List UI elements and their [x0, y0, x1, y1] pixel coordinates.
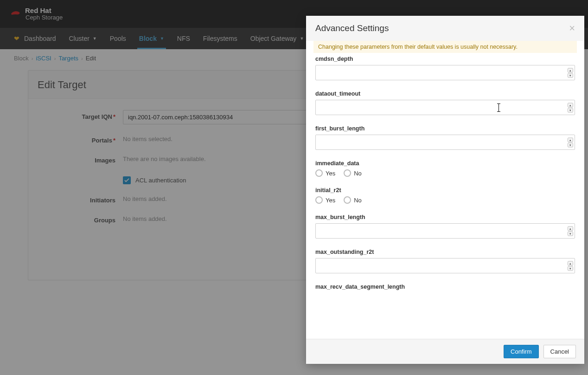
modal-title: Advanced Settings: [315, 23, 389, 33]
text-cursor-icon: [499, 103, 499, 112]
immediate-data-yes[interactable]: Yes: [315, 169, 335, 177]
radio-icon: [344, 196, 351, 204]
number-spinner: ▴ ▾: [568, 137, 573, 147]
label-initial-r2t: initial_r2t: [315, 187, 575, 194]
close-icon[interactable]: ×: [569, 23, 575, 33]
number-spinner: ▴ ▾: [568, 226, 573, 236]
label-max-burst-length: max_burst_length: [315, 214, 575, 220]
spinner-up-icon[interactable]: ▴: [568, 103, 573, 107]
dataout-timeout-input[interactable]: [315, 100, 575, 115]
radio-no-label: No: [354, 170, 362, 177]
label-max-outstanding-r2t: max_outstanding_r2t: [315, 249, 575, 255]
spinner-up-icon[interactable]: ▴: [568, 261, 573, 265]
spinner-up-icon[interactable]: ▴: [568, 226, 573, 231]
modal-header: Advanced Settings ×: [306, 16, 584, 41]
radio-icon: [315, 196, 323, 204]
spinner-down-icon[interactable]: ▾: [568, 108, 573, 112]
number-spinner: ▴ ▾: [568, 261, 573, 271]
spinner-up-icon[interactable]: ▴: [568, 68, 573, 72]
initial-r2t-yes[interactable]: Yes: [315, 196, 335, 204]
cmdsn-depth-input[interactable]: [315, 65, 575, 80]
label-cmdsn-depth: cmdsn_depth: [315, 56, 575, 62]
max-burst-length-input[interactable]: [315, 223, 575, 239]
immediate-data-no[interactable]: No: [344, 169, 362, 177]
spinner-down-icon[interactable]: ▾: [568, 73, 573, 78]
spinner-down-icon[interactable]: ▾: [568, 231, 573, 236]
confirm-button[interactable]: Confirm: [504, 345, 539, 358]
initial-r2t-no[interactable]: No: [344, 196, 362, 204]
radio-yes-label: Yes: [326, 197, 335, 204]
spinner-down-icon[interactable]: ▾: [568, 142, 573, 147]
modal-body[interactable]: Changing these parameters from their def…: [306, 41, 584, 339]
radio-no-label: No: [354, 197, 362, 204]
radio-icon: [315, 169, 323, 177]
number-spinner: ▴ ▾: [568, 103, 573, 112]
label-immediate-data: immediate_data: [315, 160, 575, 167]
label-max-recv-data-segment-length: max_recv_data_segment_length: [315, 284, 575, 290]
number-spinner: ▴ ▾: [568, 68, 573, 78]
label-first-burst-length: first_burst_length: [315, 125, 575, 132]
first-burst-length-input[interactable]: [315, 135, 575, 150]
advanced-settings-modal: Advanced Settings × Changing these param…: [306, 16, 584, 364]
label-dataout-timeout: dataout_timeout: [315, 91, 575, 97]
spinner-down-icon[interactable]: ▾: [568, 266, 573, 271]
spinner-up-icon[interactable]: ▴: [568, 137, 573, 142]
modal-footer: Confirm Cancel: [306, 339, 584, 364]
radio-icon: [344, 169, 351, 177]
max-outstanding-r2t-input[interactable]: [315, 258, 575, 273]
warning-banner: Changing these parameters from their def…: [313, 41, 577, 53]
radio-yes-label: Yes: [326, 170, 335, 177]
cancel-button[interactable]: Cancel: [543, 345, 576, 358]
